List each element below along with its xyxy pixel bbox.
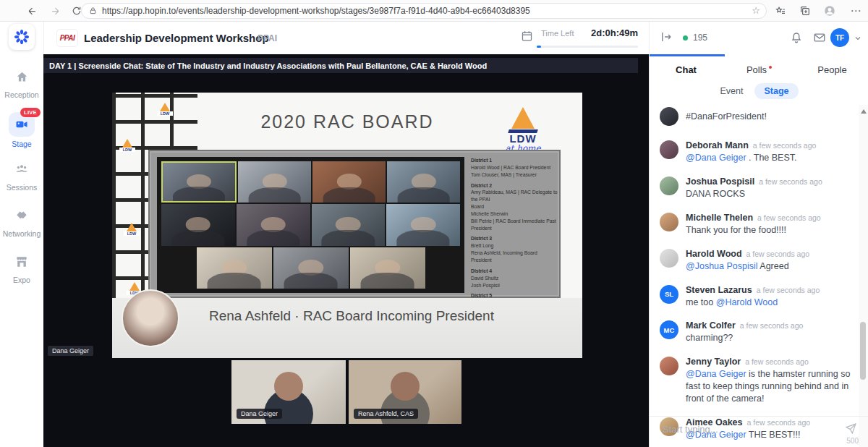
ldw-mini-logo: LDW xyxy=(124,223,140,236)
gallery-tile xyxy=(312,204,386,245)
avatar: MC xyxy=(660,320,678,339)
sidebar-item-stage[interactable]: LIVE Stage xyxy=(0,112,43,158)
chat-input[interactable] xyxy=(663,424,822,435)
rac-board-roster: District 1 Harold Wood | RAC Board Presi… xyxy=(471,157,558,294)
browser-forward-icon[interactable] xyxy=(48,4,62,18)
app-header: PPAI Leadership Development Workshop PPA… xyxy=(0,22,868,54)
gallery-tile xyxy=(237,204,310,245)
timestamp: a few seconds ago xyxy=(757,286,820,294)
shared-slide: LDW LDW LDW LDW 2020 RAC BOARD LDW at ho… xyxy=(112,93,582,358)
subtab-event[interactable]: Event xyxy=(720,86,743,96)
tab-chat[interactable]: Chat xyxy=(650,60,723,80)
chat-message: Joshua Pospisila few seconds ago DANA RO… xyxy=(660,176,853,200)
event-title: Leadership Development Workshop xyxy=(84,32,269,44)
viewer-count: 195 xyxy=(683,33,707,43)
polls-new-dot xyxy=(769,66,772,69)
sender-name: Mark Colfer xyxy=(686,320,736,331)
browser-profile-avatar[interactable] xyxy=(822,4,838,18)
sidebar-item-expo[interactable]: Expo xyxy=(0,251,43,297)
storefront-icon xyxy=(9,251,35,273)
user-avatar[interactable]: TF xyxy=(830,28,849,47)
gallery-tile xyxy=(161,204,235,245)
ldw-mini-logo: LDW xyxy=(119,139,135,152)
timestamp: a few seconds ago xyxy=(745,357,809,366)
sidebar-item-reception[interactable]: Reception xyxy=(0,66,43,112)
gallery-tile xyxy=(312,161,386,203)
slide-caption-strip xyxy=(112,298,582,358)
gallery-tile xyxy=(386,204,460,245)
gallery-tile xyxy=(350,247,425,289)
video-name-label: Dana Geiger xyxy=(237,409,282,419)
sidebar-nav: Reception LIVE Stage Sessions Networking xyxy=(0,54,43,447)
speaker-videos: Dana Geiger Rena Ashfeld, CAS xyxy=(43,360,649,424)
video-feed-dana: Dana Geiger xyxy=(231,360,346,424)
timestamp: a few seconds ago xyxy=(759,177,822,186)
video-feed-rena: Rena Ashfeld, CAS xyxy=(349,360,461,424)
lock-icon xyxy=(89,7,97,15)
avatar xyxy=(660,357,678,375)
chat-input-row: 500 xyxy=(650,416,868,447)
district-block: District 2 Amy Rabideau, MAS | RAC Deleg… xyxy=(471,182,558,232)
panel-tabs: Chat Polls People xyxy=(650,60,868,80)
collapse-panel-icon[interactable] xyxy=(660,30,673,43)
favorites-bar-icon[interactable] xyxy=(773,4,788,18)
time-left-progress xyxy=(537,46,638,48)
scroll-up-arrow[interactable] xyxy=(861,109,867,114)
avatar xyxy=(660,107,678,126)
sender-name: Deborah Mann xyxy=(686,140,749,150)
chat-message: MC Mark Colfera few seconds ago charming… xyxy=(660,320,853,344)
speaker-caption: Rena Ashfeld · RAC Board Incoming Presid… xyxy=(209,308,494,324)
handshake-icon xyxy=(9,205,35,226)
header-divider xyxy=(43,22,44,54)
avatar xyxy=(660,140,678,159)
org-label: PPAI xyxy=(258,33,277,43)
gallery-tile xyxy=(238,161,311,203)
chevron-down-icon[interactable] xyxy=(854,34,862,43)
timestamp: a few seconds ago xyxy=(757,213,821,222)
chat-message-list[interactable]: #DanaForPresident! Deborah Manna few sec… xyxy=(650,105,868,447)
district-block: District 1 Harold Wood | RAC Board Presi… xyxy=(471,157,558,179)
notifications-bell-icon[interactable] xyxy=(788,30,804,46)
side-panel: Chat Polls People Event Stage #DanaForPr… xyxy=(649,54,868,447)
tab-people[interactable]: People xyxy=(796,60,868,80)
sender-name: Harold Wood xyxy=(686,249,742,259)
timestamp: a few seconds ago xyxy=(753,141,817,150)
gallery-tile xyxy=(161,161,237,203)
people-group-icon xyxy=(9,158,35,180)
sender-name: Jenny Taylor xyxy=(686,357,741,367)
browser-back-icon[interactable] xyxy=(25,4,39,18)
address-bar[interactable]: https://app.hopin.to/events/leadership-d… xyxy=(81,3,767,19)
live-badge: LIVE xyxy=(20,108,41,117)
browser-chrome: https://app.hopin.to/events/leadership-d… xyxy=(0,0,868,22)
bookmark-star-icon[interactable]: ☆ xyxy=(752,5,760,16)
sender-name: Steven Lazarus xyxy=(686,285,752,295)
hopin-logo[interactable] xyxy=(9,24,35,50)
messages-envelope-icon[interactable] xyxy=(812,30,827,46)
chat-message: Michelle Thelena few seconds ago Thank y… xyxy=(660,213,853,237)
scrollbar-thumb[interactable] xyxy=(860,322,866,380)
video-gallery xyxy=(157,157,464,293)
sidebar-item-sessions[interactable]: Sessions xyxy=(0,158,43,205)
online-dot-icon xyxy=(683,35,688,41)
tab-polls[interactable]: Polls xyxy=(723,60,796,80)
chat-message: SL Steven Lazarusa few seconds ago me to… xyxy=(660,285,853,309)
avatar xyxy=(660,213,678,231)
timestamp: a few seconds ago xyxy=(740,321,804,330)
person-silhouette xyxy=(274,372,303,401)
ldw-at-home-logo: LDW at home xyxy=(494,107,552,153)
active-tab-indicator xyxy=(650,54,725,56)
url-text: https://app.hopin.to/events/leadership-d… xyxy=(102,6,530,16)
browser-menu-icon[interactable]: ⋯ xyxy=(848,4,864,18)
stage-area: DAY 1 | Screenside Chat: State of The In… xyxy=(43,54,649,447)
time-left-label: Time Left xyxy=(541,29,574,38)
sidebar-item-networking[interactable]: Networking xyxy=(0,205,43,251)
home-icon xyxy=(9,66,35,88)
avatar xyxy=(660,176,678,195)
collections-icon[interactable] xyxy=(797,4,813,18)
chat-message: Harold Wooda few seconds ago @Joshua Pos… xyxy=(660,249,853,273)
subtab-stage[interactable]: Stage xyxy=(754,83,798,99)
sender-name: Joshua Pospisil xyxy=(686,176,754,187)
chat-scrollbar[interactable] xyxy=(859,105,868,447)
send-message-icon[interactable] xyxy=(845,422,857,435)
chat-message: Deborah Manna few seconds ago @Dana Geig… xyxy=(660,140,853,164)
